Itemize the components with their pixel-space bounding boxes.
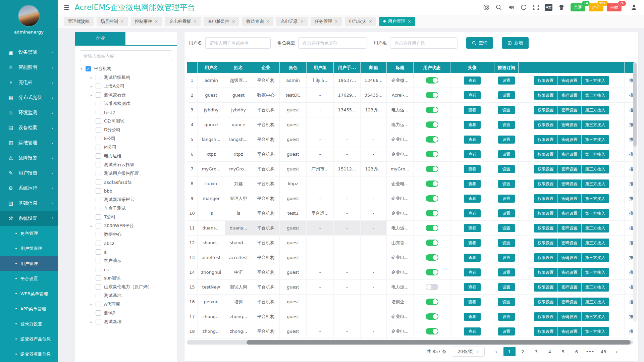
view-avatar-button[interactable]: 查看 xyxy=(464,254,481,262)
collapsed-arrow-icon[interactable]: ▸ xyxy=(91,224,96,228)
tree-node[interactable]: 测试用户报告配置 xyxy=(75,169,177,178)
permission-settings-button[interactable]: 权限设置 xyxy=(534,91,557,100)
password-settings-button[interactable]: 密码设置 xyxy=(557,209,581,218)
tree-node[interactable]: 数据中心 xyxy=(75,230,177,239)
page-button-3[interactable]: 3 xyxy=(530,347,542,356)
status-toggle[interactable] xyxy=(426,299,438,305)
tree-node[interactable]: C公司测试 xyxy=(75,117,177,125)
tab-0[interactable]: 管理驾驶舱 xyxy=(64,17,94,26)
status-toggle[interactable] xyxy=(426,180,438,187)
permission-settings-button[interactable]: 权限设置 xyxy=(534,135,557,144)
sidebar-item-system-run[interactable]: ⚙系统运行∨ xyxy=(0,180,58,196)
permission-settings-button[interactable]: 权限设置 xyxy=(534,268,557,277)
tree-node[interactable]: cs xyxy=(75,265,177,274)
status-toggle[interactable] xyxy=(426,121,438,128)
permission-settings-button[interactable]: 权限设置 xyxy=(534,76,557,85)
group-filter-input[interactable] xyxy=(390,37,458,49)
push-subscribe-button[interactable]: 设置 xyxy=(498,313,515,321)
permission-settings-button[interactable]: 权限设置 xyxy=(534,312,557,321)
push-subscribe-button[interactable]: 设置 xyxy=(498,209,515,217)
tab-4[interactable]: 充电桩监控× xyxy=(204,17,239,26)
status-toggle[interactable] xyxy=(426,136,438,143)
tab-9[interactable]: 用户管理× xyxy=(379,17,415,26)
tab-close-icon[interactable]: × xyxy=(408,19,411,24)
push-subscribe-button[interactable]: 设置 xyxy=(498,239,515,247)
status-toggle[interactable] xyxy=(426,210,438,216)
refresh-icon[interactable] xyxy=(520,4,527,11)
push-subscribe-button[interactable]: 设置 xyxy=(498,224,515,232)
tab-close-icon[interactable]: × xyxy=(232,19,235,24)
sidebar-item-device-archive[interactable]: ▤设备档案∨ xyxy=(0,120,58,135)
tree-checkbox[interactable] xyxy=(96,275,101,281)
push-subscribe-button[interactable]: 设置 xyxy=(498,180,515,188)
sidebar-subitem-web-menu-mgmt[interactable]: •WEB菜单管理 xyxy=(0,286,58,301)
third-party-access-button[interactable]: 第三方接入 xyxy=(581,327,609,336)
tree-checkbox[interactable] xyxy=(96,188,101,194)
tree-checkbox[interactable] xyxy=(96,267,101,272)
sidebar-item-base-info[interactable]: ▧基础信息∨ xyxy=(0,196,58,211)
tree-node[interactable]: ▸3000WEB平台 xyxy=(75,221,177,230)
third-party-access-button[interactable]: 第三方接入 xyxy=(581,298,609,306)
vertical-scrollbar[interactable] xyxy=(633,62,637,322)
tab-close-icon[interactable]: × xyxy=(266,19,269,24)
view-avatar-button[interactable]: 查看 xyxy=(464,239,481,247)
tree-node[interactable]: 测试新增乐橙云 xyxy=(75,195,177,204)
tree-node[interactable]: test2 xyxy=(75,108,177,117)
tree-node[interactable]: 山东赢伦电力（原广烨） xyxy=(75,282,177,291)
password-settings-button[interactable]: 密码设置 xyxy=(557,224,581,232)
tab-close-icon[interactable]: × xyxy=(120,19,124,24)
page-button-6[interactable]: 6 xyxy=(571,347,583,356)
sidebar-subitem-role-mgmt[interactable]: •角色管理 xyxy=(0,226,58,241)
add-button[interactable]: 新增 xyxy=(502,37,529,49)
third-party-access-button[interactable]: 第三方接入 xyxy=(581,91,609,100)
horizontal-scrollbar-thumb[interactable] xyxy=(247,340,631,345)
tree-checkbox[interactable] xyxy=(96,145,101,150)
tab-close-icon[interactable]: × xyxy=(155,19,158,24)
tree-node[interactable]: asdfasfasdfa xyxy=(75,178,177,187)
view-avatar-button[interactable]: 查看 xyxy=(464,313,481,321)
tree-checkbox[interactable] xyxy=(96,223,101,228)
tree-checkbox[interactable] xyxy=(96,284,101,290)
tab-close-icon[interactable]: × xyxy=(334,19,338,24)
tree-checkbox[interactable] xyxy=(96,75,101,80)
view-avatar-button[interactable]: 查看 xyxy=(464,106,481,114)
tree-checkbox[interactable] xyxy=(96,127,101,133)
fullscreen-icon[interactable] xyxy=(533,4,539,11)
tab-3[interactable]: 充电桩看板× xyxy=(165,17,201,26)
tree-node[interactable]: ▸测试萤石云 xyxy=(75,91,177,99)
tab-8[interactable]: 电气火灾× xyxy=(345,17,376,26)
tree-node[interactable]: 客户演示 xyxy=(75,256,177,265)
third-party-access-button[interactable]: 第三方接入 xyxy=(581,268,609,277)
push-subscribe-button[interactable]: 设置 xyxy=(498,121,515,129)
tree-node[interactable]: M公司 xyxy=(75,143,177,152)
third-party-access-button[interactable]: 第三方接入 xyxy=(581,224,609,232)
sidebar-item-device-monitor[interactable]: ▣设备监测∨ xyxy=(0,45,58,60)
tree-checkbox[interactable] xyxy=(96,101,101,106)
tree-checkbox[interactable] xyxy=(96,92,101,98)
push-subscribe-button[interactable]: 设置 xyxy=(498,283,515,291)
status-toggle[interactable] xyxy=(426,328,438,334)
push-subscribe-button[interactable]: 设置 xyxy=(498,136,515,144)
tree-node[interactable]: 运维巡检测试 xyxy=(75,99,177,108)
status-toggle[interactable] xyxy=(426,77,438,84)
password-settings-button[interactable]: 密码设置 xyxy=(557,268,581,277)
tree-node[interactable]: ▸上海A公司 xyxy=(75,82,177,91)
sidebar-subitem-app-menu-mgmt[interactable]: •APP菜单管理 xyxy=(0,301,58,316)
push-subscribe-button[interactable]: 设置 xyxy=(498,165,515,173)
sidebar-item-env-monitor[interactable]: ♨环境监测∨ xyxy=(0,105,58,120)
status-toggle[interactable] xyxy=(426,269,438,275)
tree-node[interactable]: ▸测试新增 xyxy=(75,317,177,326)
password-settings-button[interactable]: 密码设置 xyxy=(557,165,581,173)
tree-checkbox[interactable] xyxy=(96,179,101,185)
push-subscribe-button[interactable]: 设置 xyxy=(498,106,515,114)
status-toggle[interactable] xyxy=(426,92,438,98)
tree-node[interactable]: 车盒子测试 xyxy=(75,204,177,213)
tree-checkbox[interactable] xyxy=(96,162,101,167)
user-icon[interactable] xyxy=(631,4,637,11)
tree-node[interactable]: a xyxy=(75,248,177,256)
view-avatar-button[interactable]: 查看 xyxy=(464,136,481,144)
theme-shirt-icon[interactable] xyxy=(558,4,565,11)
third-party-access-button[interactable]: 第三方接入 xyxy=(581,165,609,173)
view-avatar-button[interactable]: 查看 xyxy=(464,224,481,232)
password-settings-button[interactable]: 密码设置 xyxy=(557,327,581,336)
